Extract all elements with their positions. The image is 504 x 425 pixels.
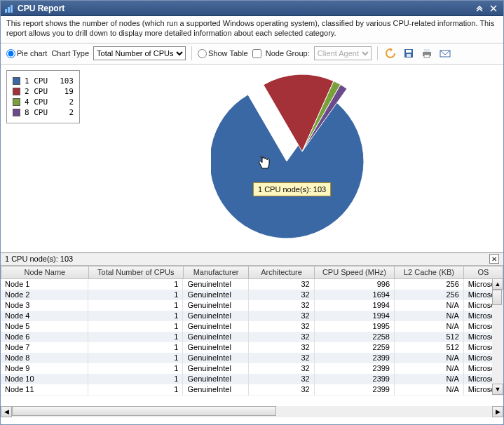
column-header[interactable]: OS xyxy=(463,266,503,278)
pie-chart-radio[interactable]: Pie chart xyxy=(6,49,47,58)
table-row[interactable]: Node 91GenuineIntel322399N/AMicrosof xyxy=(1,363,503,374)
legend-item[interactable]: 1 CPU103 xyxy=(13,76,74,86)
table-row[interactable]: Node 111GenuineIntel322399N/AMicrosof xyxy=(1,384,503,395)
legend-value: 2 xyxy=(55,108,74,117)
table-cell: 1 xyxy=(88,332,183,342)
table-cell: GenuineIntel xyxy=(183,342,249,353)
table-caption-bar: 1 CPU node(s): 103 ✕ xyxy=(1,253,503,266)
table-row[interactable]: Node 101GenuineIntel322399N/AMicrosof xyxy=(1,374,503,384)
legend-label: 8 CPU xyxy=(25,108,51,117)
column-header[interactable]: Manufacturer xyxy=(183,266,249,278)
close-icon[interactable] xyxy=(488,3,499,14)
table-cell: 996 xyxy=(314,279,394,290)
svg-rect-7 xyxy=(424,49,430,52)
scroll-left-icon[interactable]: ◀ xyxy=(1,406,12,417)
table-cell: Node 8 xyxy=(1,353,88,363)
chart-type-label: Chart Type xyxy=(51,49,89,58)
table-cell: GenuineIntel xyxy=(183,363,249,374)
column-header[interactable]: CPU Speed (MHz) xyxy=(314,266,394,278)
table-cell: 1 xyxy=(88,290,183,300)
table-row[interactable]: Node 121GenuineIntel322399N/AMicrosof xyxy=(1,395,503,396)
legend-item[interactable]: 4 CPU2 xyxy=(13,97,74,107)
table-cell: GenuineIntel xyxy=(183,353,249,363)
show-table-checkbox[interactable] xyxy=(252,49,261,58)
show-table-radio-input[interactable] xyxy=(198,49,207,58)
column-header[interactable]: Node Name xyxy=(1,266,89,278)
legend-label: 1 CPU xyxy=(25,76,51,86)
table-cell: GenuineIntel xyxy=(183,279,249,290)
table-cell: GenuineIntel xyxy=(183,290,249,300)
legend-value: 2 xyxy=(55,97,74,107)
save-icon[interactable] xyxy=(402,46,416,60)
svg-rect-5 xyxy=(407,54,411,57)
table-cell: 32 xyxy=(249,300,315,311)
table-cell: 2399 xyxy=(314,363,394,374)
titlebar: CPU Report xyxy=(1,1,503,16)
column-header[interactable]: L2 Cache (KB) xyxy=(395,266,464,278)
table-cell: 1 xyxy=(88,395,183,396)
column-header[interactable]: Architecture xyxy=(249,266,315,278)
table-cell: 2399 xyxy=(314,353,394,363)
legend-item[interactable]: 2 CPU19 xyxy=(13,87,74,96)
scroll-down-icon[interactable]: ▼ xyxy=(492,384,503,395)
legend-label: 2 CPU xyxy=(25,87,51,96)
table-row[interactable]: Node 41GenuineIntel321994N/AMicrosof xyxy=(1,311,503,321)
table-row[interactable]: Node 51GenuineIntel321995N/AMicrosof xyxy=(1,321,503,332)
table-header-row: Node NameTotal Number of CPUsManufacture… xyxy=(1,266,503,278)
table-cell: 256 xyxy=(395,290,464,300)
table-cell: 2259 xyxy=(314,342,394,353)
table-cell: GenuineIntel xyxy=(183,311,249,321)
divider xyxy=(377,46,378,60)
table-cell: GenuineIntel xyxy=(183,374,249,384)
scroll-right-icon[interactable]: ▶ xyxy=(492,406,503,417)
refresh-icon[interactable] xyxy=(383,46,397,60)
table-cell: 1 xyxy=(88,311,183,321)
table-cell: 32 xyxy=(249,395,315,396)
table-cell: N/A xyxy=(395,300,464,311)
email-icon[interactable] xyxy=(438,46,452,60)
chart-legend: 1 CPU1032 CPU194 CPU28 CPU2 xyxy=(6,70,80,123)
table-close-button[interactable]: ✕ xyxy=(489,254,499,264)
print-icon[interactable] xyxy=(420,46,434,60)
horizontal-scrollbar[interactable]: ◀ ▶ xyxy=(1,406,503,417)
table-row[interactable]: Node 21GenuineIntel321694256Microsof xyxy=(1,290,503,300)
table-cell: 32 xyxy=(249,290,315,300)
scroll-thumb[interactable] xyxy=(492,290,502,305)
table-cell: 1 xyxy=(88,321,183,332)
table-cell: 32 xyxy=(249,332,315,342)
legend-item[interactable]: 8 CPU2 xyxy=(13,108,74,117)
scroll-up-icon[interactable]: ▲ xyxy=(492,278,503,290)
column-header[interactable]: Total Number of CPUs xyxy=(88,266,183,278)
pie-chart[interactable] xyxy=(211,73,379,243)
table-panel: 1 CPU node(s): 103 ✕ Node NameTotal Numb… xyxy=(1,252,503,417)
collapse-icon[interactable] xyxy=(474,3,485,14)
table-row[interactable]: Node 11GenuineIntel32996256Microsof xyxy=(1,279,503,290)
table-cell: Node 11 xyxy=(1,384,88,395)
table-row[interactable]: Node 71GenuineIntel322259512Microsof xyxy=(1,342,503,353)
svg-rect-2 xyxy=(11,5,13,13)
chart-type-select[interactable]: Total Number of CPUs xyxy=(93,46,186,60)
table-caption: 1 CPU node(s): 103 xyxy=(5,255,73,263)
table-row[interactable]: Node 31GenuineIntel321994N/AMicrosof xyxy=(1,300,503,311)
table-cell: 2399 xyxy=(314,395,394,396)
table-row[interactable]: Node 61GenuineIntel322258512Microsof xyxy=(1,332,503,342)
pie-chart-radio-input[interactable] xyxy=(6,49,15,58)
show-table-radio[interactable]: Show Table xyxy=(198,49,248,58)
svg-rect-0 xyxy=(5,9,7,13)
legend-label: 4 CPU xyxy=(25,97,51,107)
table-cell: 2399 xyxy=(314,384,394,395)
table-cell: Node 4 xyxy=(1,311,88,321)
table-cell: 32 xyxy=(249,311,315,321)
scroll-thumb[interactable] xyxy=(12,406,276,416)
table-cell: Node 7 xyxy=(1,342,88,353)
divider xyxy=(191,46,192,60)
vertical-scrollbar[interactable]: ▲ ▼ xyxy=(492,278,503,395)
table-cell: 1694 xyxy=(314,290,394,300)
legend-value: 103 xyxy=(55,76,74,86)
table-cell: 1995 xyxy=(314,321,394,332)
legend-swatch xyxy=(13,77,20,85)
data-grid: Node NameTotal Number of CPUsManufacture… xyxy=(1,266,503,279)
table-cell: Node 6 xyxy=(1,332,88,342)
node-group-select[interactable]: Client Agent xyxy=(314,46,372,60)
table-row[interactable]: Node 81GenuineIntel322399N/AMicrosof xyxy=(1,353,503,363)
